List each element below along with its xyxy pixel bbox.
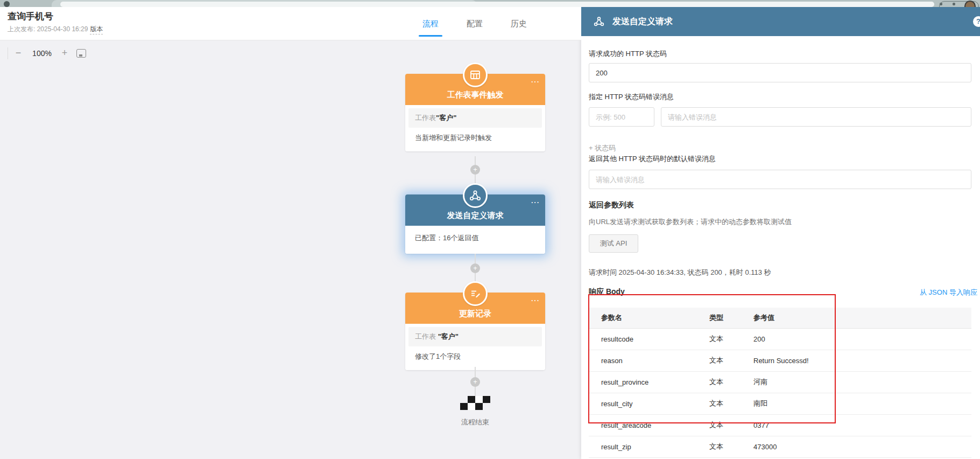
more-options-icon[interactable]: ··· [531, 200, 540, 205]
param-type: 文本 [709, 328, 753, 350]
webhook-icon [593, 16, 605, 27]
help-icon[interactable]: ? [973, 16, 980, 27]
config-panel-content: 请求成功的 HTTP 状态码 指定 HTTP 状态码错误消息 + 状态码 返回其… [581, 36, 980, 459]
param-type: 文本 [709, 414, 753, 436]
publish-time: 上次发布: 2025-04-30 16:29 [8, 25, 88, 33]
node-title: 发送自定义请求 [447, 211, 504, 221]
param-value: 河南 [753, 371, 971, 393]
param-value: Return Successd! [753, 350, 971, 371]
table-row[interactable]: result_city 文本 南阳 [589, 393, 971, 414]
table-grid-icon [463, 62, 488, 87]
param-name: result_areacode [589, 414, 709, 436]
edit-pencil-icon [463, 281, 488, 306]
import-json-link[interactable]: 从 JSON 导入响应 [920, 288, 977, 297]
add-status-code-link[interactable]: + 状态码 [589, 143, 616, 153]
more-options-icon[interactable]: ··· [531, 79, 540, 85]
column-header-type: 类型 [709, 308, 753, 328]
param-value: 473000 [753, 436, 971, 457]
flow-editor-panel: 查询手机号 上次发布: 2025-04-30 16:29版本 流程 配置 历史 … [0, 7, 581, 459]
param-name: reason [589, 350, 709, 371]
param-type: 文本 [709, 371, 753, 393]
config-panel-header: 发送自定义请求 ? [581, 7, 980, 36]
node-send-custom-request: 发送自定义请求 ··· 已配置：16个返回值 [405, 183, 545, 254]
success-code-label: 请求成功的 HTTP 状态码 [589, 49, 667, 59]
version-link[interactable]: 版本 [90, 25, 103, 34]
table-row[interactable]: resultcode 文本 200 [589, 328, 971, 350]
param-type: 文本 [709, 350, 753, 371]
worksheet-name: "客户" [438, 332, 459, 340]
workflow-editor-app: 查询手机号 上次发布: 2025-04-30 16:29版本 流程 配置 历史 … [0, 0, 980, 459]
column-header-value: 参考值 [753, 308, 971, 328]
node-body: 工作表"客户" 当新增和更新记录时触发 [405, 108, 545, 151]
param-name: result_city [589, 393, 709, 414]
add-node-button[interactable]: + [470, 263, 480, 273]
param-type: 文本 [709, 436, 753, 457]
node-trigger-condition: 当新增和更新记录时触发 [405, 128, 545, 149]
error-message-input[interactable] [661, 107, 971, 127]
response-body-title: 响应 Body [589, 287, 625, 297]
zoom-in-button[interactable]: + [59, 46, 70, 61]
default-error-label: 返回其他 HTTP 状态码时的默认错误消息 [589, 154, 716, 164]
success-code-input[interactable] [589, 63, 971, 82]
add-node-button[interactable]: + [470, 377, 480, 387]
test-api-button[interactable]: 测试 API [589, 234, 638, 253]
param-type: 文本 [709, 393, 753, 414]
default-error-input[interactable] [589, 170, 971, 189]
node-worksheet-row: 工作表"客户" [408, 108, 542, 128]
table-row[interactable]: reason 文本 Return Successd! [589, 350, 971, 371]
checkered-flag-icon [460, 396, 490, 412]
worksheet-label: 工作表 [415, 332, 438, 340]
node-worksheet-trigger: 工作表事件触发 ··· 工作表"客户" 当新增和更新记录时触发 [405, 62, 545, 151]
node-body: 工作表 "客户" 修改了1个字段 [405, 327, 545, 370]
param-name: result_zip [589, 436, 709, 457]
table-row[interactable]: result_areacode 文本 0377 [589, 414, 971, 436]
add-node-button[interactable]: + [470, 165, 480, 175]
param-value: 0377 [753, 414, 971, 436]
param-value: 200 [753, 328, 971, 350]
node-configured-summary: 已配置：16个返回值 [405, 226, 545, 252]
tab-config[interactable]: 配置 [463, 19, 487, 29]
table-header-row: 参数名 类型 参考值 [589, 308, 971, 328]
table-row[interactable]: result_province 文本 河南 [589, 371, 971, 393]
workflow-publish-info: 上次发布: 2025-04-30 16:29版本 [8, 25, 103, 34]
active-tab-underline [419, 35, 442, 37]
zoom-level: 100% [27, 46, 57, 61]
worksheet-label: 工作表 [415, 114, 436, 122]
flow-canvas[interactable]: − 100% + 工作表事件触发 ··· [0, 40, 581, 459]
node-update-record: 更新记录 ··· 工作表 "客户" 修改了1个字段 [405, 281, 545, 370]
tab-history[interactable]: 历史 [507, 19, 531, 29]
webhook-icon [463, 183, 488, 208]
error-map-label: 指定 HTTP 状态码错误消息 [589, 92, 674, 102]
request-status-text: 请求时间 2025-04-30 16:34:33, 状态码 200，耗时 0.1… [589, 268, 771, 277]
column-header-name: 参数名 [589, 308, 709, 328]
node-title: 更新记录 [459, 309, 491, 319]
node-worksheet-row: 工作表 "客户" [408, 327, 542, 346]
node-body: 已配置：16个返回值 [405, 226, 545, 254]
response-params-table: 参数名 类型 参考值 resultcode 文本 200 reason 文本 R… [589, 308, 971, 458]
params-section-title: 返回参数列表 [589, 200, 634, 210]
param-value: 南阳 [753, 393, 971, 414]
browser-address-bar[interactable] [60, 2, 934, 7]
node-title: 工作表事件触发 [447, 90, 504, 100]
flow-end-label: 流程结束 [421, 418, 529, 427]
workflow-title: 查询手机号 [8, 10, 53, 23]
status-code-input[interactable] [589, 107, 654, 127]
flow-editor-header: 查询手机号 上次发布: 2025-04-30 16:29版本 流程 配置 历史 [0, 7, 581, 40]
param-name: result_province [589, 371, 709, 393]
config-panel-title: 发送自定义请求 [612, 16, 673, 27]
fit-view-icon[interactable] [76, 49, 86, 58]
tab-flow[interactable]: 流程 [419, 19, 442, 29]
browser-app-icon [4, 1, 10, 7]
worksheet-name: "客户" [436, 114, 456, 122]
params-description: 向URL发送请求测试获取参数列表；请求中的动态参数将取测试值 [589, 217, 792, 227]
zoom-out-button[interactable]: − [13, 46, 24, 61]
node-update-summary: 修改了1个字段 [405, 346, 545, 368]
more-options-icon[interactable]: ··· [531, 298, 540, 303]
table-row[interactable]: result_zip 文本 473000 [589, 436, 971, 457]
browser-chrome [0, 0, 980, 7]
node-config-panel: 发送自定义请求 ? 请求成功的 HTTP 状态码 指定 HTTP 状态码错误消息… [581, 7, 980, 459]
toolbar-divider [8, 47, 8, 59]
param-name: resultcode [589, 328, 709, 350]
